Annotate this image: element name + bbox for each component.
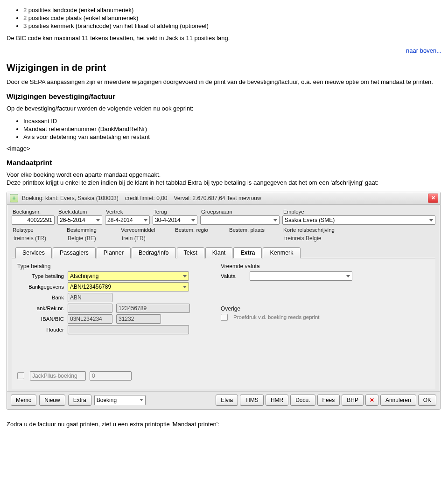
label-bankgegevens: Bankgegevens bbox=[17, 284, 64, 290]
label-bank: Bank bbox=[17, 295, 64, 300]
field-jackplus-value: 0 bbox=[90, 371, 132, 381]
list-item: Mandaat referentienummer (BankMandRefNr) bbox=[23, 125, 441, 132]
button-fees[interactable]: Fees bbox=[317, 395, 340, 406]
field-jackplus-label: JackPllus-boeking bbox=[30, 371, 86, 381]
group-vreemde-valuta: Vreemde valuta bbox=[221, 263, 430, 270]
list-item: 2 positites landcode (enkel alfanumeriek… bbox=[23, 7, 441, 14]
button-annuleren[interactable]: Annuleren bbox=[380, 395, 416, 406]
field-iban: 03NL234234 bbox=[68, 314, 112, 324]
field-reknr: 123456789 bbox=[116, 304, 190, 313]
field-vertrek[interactable]: 28-4-2014 bbox=[105, 215, 150, 225]
button-memo[interactable]: Memo bbox=[11, 395, 36, 406]
group-type-betaling: Type betaling bbox=[17, 263, 204, 270]
label-bestemplaats: Bestem. plaats bbox=[228, 227, 280, 234]
field-vervoermiddel: trein (TR) bbox=[120, 234, 171, 243]
paragraph-bic-note: De BIC code kan maximaal 11 tekens bevat… bbox=[7, 34, 441, 42]
field-bank: ABN bbox=[68, 293, 112, 302]
label-houder: Houder bbox=[17, 327, 64, 333]
title-booking: Boeking: klant: Evers, Saskia (100003) bbox=[22, 195, 119, 201]
paragraph-sepa: Door de SEPA aanpassingen zijn er meerde… bbox=[7, 78, 441, 86]
paragraph-mandaat: Voor elke boeking wordt een aparte manda… bbox=[7, 171, 441, 187]
paragraph-printoptie: Zodra u de factuur nu gaat printen, ziet… bbox=[7, 420, 441, 429]
field-boekdatum[interactable]: 26-5-2014 bbox=[57, 215, 102, 225]
window-bottom-bar: Memo Nieuw Extra Boeking Elvia TIMS HMR … bbox=[7, 391, 440, 409]
field-boekingsnr[interactable]: 40022291 bbox=[12, 215, 55, 225]
checkbox-jackplus[interactable] bbox=[17, 372, 24, 379]
button-extra[interactable]: Extra bbox=[68, 395, 91, 406]
close-icon: ✕ bbox=[431, 195, 435, 201]
heading-bevestiging-factuur: Wijzigingen bevestiging/factuur bbox=[7, 92, 441, 101]
field-bankgegevens[interactable]: ABN/123456789 bbox=[68, 282, 189, 291]
label-terug: Terug bbox=[153, 208, 197, 215]
tab-klant[interactable]: Klant bbox=[205, 247, 233, 258]
image-placeholder: <image> bbox=[7, 145, 441, 152]
field-bestemplaats bbox=[228, 234, 280, 243]
link-naar-boven[interactable]: naar boven... bbox=[7, 47, 441, 54]
button-ok[interactable]: OK bbox=[418, 395, 436, 406]
field-bestemregio bbox=[174, 234, 225, 243]
label-groepsnaam: Groepsnaam bbox=[200, 208, 280, 215]
label-ibanbic: IBAN/BIC bbox=[17, 316, 64, 322]
button-bhp[interactable]: BHP bbox=[342, 395, 364, 406]
bullet-list-1: 2 positites landcode (enkel alfanumeriek… bbox=[23, 7, 441, 29]
booking-window: + Boeking: klant: Evers, Saskia (100003)… bbox=[7, 192, 441, 410]
button-elvia[interactable]: Elvia bbox=[216, 395, 238, 406]
tab-extra[interactable]: Extra bbox=[233, 247, 262, 258]
list-item: 2 posities code plaats (enkel alfanumeri… bbox=[23, 14, 441, 21]
tab-services[interactable]: Services bbox=[15, 247, 52, 258]
label-employe: Employe bbox=[282, 208, 435, 215]
dropdown-boeking[interactable]: Boeking bbox=[94, 395, 146, 405]
tab-bedrag-info[interactable]: Bedrag/Info bbox=[132, 247, 176, 258]
list-item: Incassant ID bbox=[23, 118, 441, 125]
title-verval: Verval: 2.670.687,64 Test mevrouw bbox=[174, 195, 261, 201]
tab-kenmerk[interactable]: Kenmerk bbox=[263, 247, 300, 258]
field-bic: 31232 bbox=[116, 314, 161, 324]
label-boekingsnr: Boekingsnr. bbox=[12, 208, 55, 215]
field-reknr-blank bbox=[68, 304, 112, 313]
tab-passagiers[interactable]: Passagiers bbox=[53, 247, 96, 258]
label-bestemregio: Bestem. regio bbox=[174, 227, 225, 234]
field-employe[interactable]: Saskia Evers (SME) bbox=[282, 215, 435, 225]
close-button[interactable]: ✕ bbox=[428, 194, 438, 203]
bullet-list-2: Incassant ID Mandaat referentienummer (B… bbox=[23, 118, 441, 140]
paragraph-velden: Op de bevestiging/factuur worden de volg… bbox=[7, 104, 441, 113]
tab-panel-extra: Type betaling Type betaling Afschrijving… bbox=[12, 258, 435, 389]
field-bestemming: Belgie (BE) bbox=[66, 234, 117, 243]
field-houder bbox=[68, 325, 189, 334]
label-vertrek: Vertrek bbox=[105, 208, 150, 215]
plus-icon[interactable]: + bbox=[10, 194, 18, 202]
button-hmr[interactable]: HMR bbox=[266, 395, 288, 406]
field-terug[interactable]: 30-4-2014 bbox=[153, 215, 197, 225]
x-icon: ✕ bbox=[370, 397, 374, 403]
button-tims[interactable]: TIMS bbox=[240, 395, 264, 406]
tab-strip: Services Passagiers Planner Bedrag/Info … bbox=[12, 247, 435, 258]
field-reistype: treinreis (TR) bbox=[12, 234, 63, 243]
button-docu[interactable]: Docu. bbox=[290, 395, 315, 406]
window-titlebar: + Boeking: klant: Evers, Saskia (100003)… bbox=[7, 192, 440, 205]
label-vervoermiddel: Vervoermiddel bbox=[120, 227, 171, 234]
label-reknr: ank/Rek.nr. bbox=[17, 305, 64, 311]
label-bestemming: Bestemming bbox=[66, 227, 117, 234]
group-overige: Overige bbox=[221, 305, 430, 312]
label-type-betaling: Type betaling bbox=[17, 273, 64, 279]
field-groepsnaam[interactable] bbox=[200, 215, 280, 225]
label-reistype: Reistype bbox=[12, 227, 63, 234]
list-item: Avis voor debitering van aanbetaling en … bbox=[23, 133, 441, 140]
field-type-betaling[interactable]: Afschrijving bbox=[68, 271, 189, 281]
button-nieuw[interactable]: Nieuw bbox=[39, 395, 65, 406]
heading-wijzigingen-print: Wijzigingen in de print bbox=[7, 62, 441, 73]
field-valuta[interactable] bbox=[250, 271, 352, 281]
paragraph-mandaat-line2: Deze printbox krijgt u enkel te zien ind… bbox=[7, 179, 378, 186]
field-korte: treinreis Belgie bbox=[282, 234, 435, 243]
heading-mandaatprint: Mandaatprint bbox=[7, 159, 441, 167]
label-valuta: Valuta bbox=[221, 273, 246, 279]
list-item: 3 posities kenmerk (branchcode) van het … bbox=[23, 22, 441, 29]
button-delete[interactable]: ✕ bbox=[365, 395, 378, 406]
checkbox-proefdruk[interactable] bbox=[221, 314, 228, 321]
label-proefdruk: Proefdruk v.d. boeking reeds geprint bbox=[233, 314, 320, 320]
label-korte: Korte reisbeschrijving bbox=[282, 227, 435, 234]
paragraph-mandaat-line1: Voor elke boeking wordt een aparte manda… bbox=[7, 171, 161, 178]
tab-planner[interactable]: Planner bbox=[97, 247, 131, 258]
label-boekdatum: Boek.datum bbox=[57, 208, 102, 215]
tab-tekst[interactable]: Tekst bbox=[177, 247, 204, 258]
